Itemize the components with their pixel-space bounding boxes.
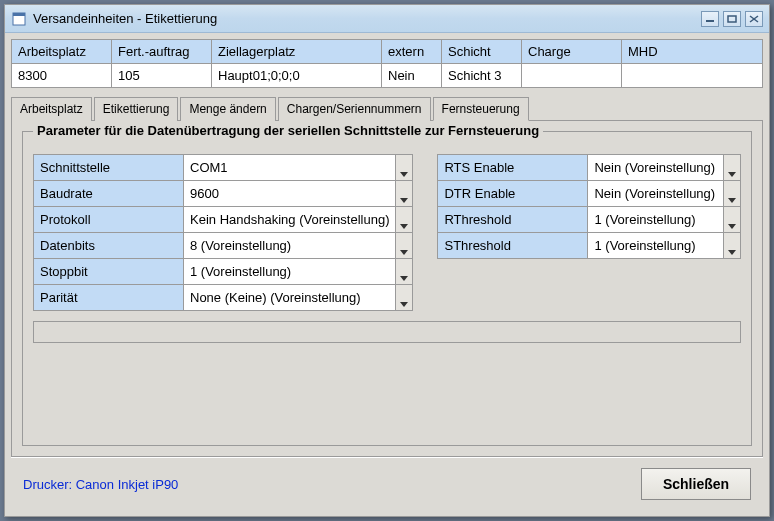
close-button[interactable] — [745, 11, 763, 27]
dd-datenbits[interactable] — [395, 233, 413, 259]
lbl-paritaet: Parität — [33, 285, 183, 311]
lbl-dtr-enable: DTR Enable — [437, 181, 587, 207]
cell-mhd — [622, 64, 763, 88]
header-table: Arbeitsplatz Fert.-auftrag Ziellagerplat… — [11, 39, 763, 88]
val-rthreshold[interactable]: 1 (Voreinstellung) — [587, 207, 723, 233]
svg-marker-11 — [400, 302, 408, 307]
cell-schicht: Schicht 3 — [442, 64, 522, 88]
tabstrip: Arbeitsplatz Etikettierung Menge ändern … — [11, 96, 763, 120]
dd-stoppbit[interactable] — [395, 259, 413, 285]
param-col-left: SchnittstelleCOM1 Baudrate9600 Protokoll… — [33, 154, 413, 311]
svg-marker-6 — [400, 172, 408, 177]
printer-label: Drucker: Canon Inkjet iP90 — [23, 477, 178, 492]
tab-panel-fernsteuerung: Parameter für die Datenübertragung der s… — [11, 120, 763, 457]
col-fertauftrag: Fert.-auftrag — [112, 40, 212, 64]
maximize-button[interactable] — [723, 11, 741, 27]
window: Versandeinheiten - Etikettierung Arbeits… — [4, 4, 770, 517]
window-title: Versandeinheiten - Etikettierung — [33, 11, 701, 26]
footer: Drucker: Canon Inkjet iP90 Schließen — [11, 457, 763, 510]
group-serial-params: Parameter für die Datenübertragung der s… — [22, 131, 752, 446]
app-icon — [11, 11, 27, 27]
dd-protokoll[interactable] — [395, 207, 413, 233]
val-baudrate[interactable]: 9600 — [183, 181, 395, 207]
svg-marker-15 — [728, 250, 736, 255]
titlebar: Versandeinheiten - Etikettierung — [5, 5, 769, 33]
col-arbeitsplatz: Arbeitsplatz — [12, 40, 112, 64]
svg-rect-1 — [13, 13, 25, 16]
col-extern: extern — [382, 40, 442, 64]
dd-sthreshold[interactable] — [723, 233, 741, 259]
svg-marker-7 — [400, 198, 408, 203]
val-stoppbit[interactable]: 1 (Voreinstellung) — [183, 259, 395, 285]
tab-arbeitsplatz[interactable]: Arbeitsplatz — [11, 97, 92, 121]
val-paritaet[interactable]: None (Keine) (Voreinstellung) — [183, 285, 395, 311]
svg-marker-13 — [728, 198, 736, 203]
col-charge: Charge — [522, 40, 622, 64]
svg-marker-8 — [400, 224, 408, 229]
val-protokoll[interactable]: Kein Handshaking (Voreinstellung) — [183, 207, 395, 233]
svg-marker-9 — [400, 250, 408, 255]
dd-rts-enable[interactable] — [723, 154, 741, 181]
svg-marker-14 — [728, 224, 736, 229]
cell-extern: Nein — [382, 64, 442, 88]
lbl-sthreshold: SThreshold — [437, 233, 587, 259]
val-datenbits[interactable]: 8 (Voreinstellung) — [183, 233, 395, 259]
status-strip — [33, 321, 741, 343]
svg-marker-12 — [728, 172, 736, 177]
val-dtr-enable[interactable]: Nein (Voreinstellung) — [587, 181, 723, 207]
group-legend: Parameter für die Datenübertragung der s… — [33, 123, 543, 138]
tab-fernsteuerung[interactable]: Fernsteuerung — [433, 97, 529, 121]
val-rts-enable[interactable]: Nein (Voreinstellung) — [587, 154, 723, 181]
table-row[interactable]: 8300 105 Haupt01;0;0;0 Nein Schicht 3 — [12, 64, 763, 88]
cell-arbeitsplatz: 8300 — [12, 64, 112, 88]
col-ziellager: Ziellagerplatz — [212, 40, 382, 64]
param-col-right: RTS EnableNein (Voreinstellung) DTR Enab… — [437, 154, 741, 311]
tab-etikettierung[interactable]: Etikettierung — [94, 97, 179, 121]
lbl-datenbits: Datenbits — [33, 233, 183, 259]
tab-chargen-seriennummern[interactable]: Chargen/Seriennummern — [278, 97, 431, 121]
dd-schnittstelle[interactable] — [395, 154, 413, 181]
svg-marker-10 — [400, 276, 408, 281]
cell-charge — [522, 64, 622, 88]
minimize-button[interactable] — [701, 11, 719, 27]
val-sthreshold[interactable]: 1 (Voreinstellung) — [587, 233, 723, 259]
col-schicht: Schicht — [442, 40, 522, 64]
cell-fertauftrag: 105 — [112, 64, 212, 88]
svg-rect-3 — [728, 16, 736, 22]
lbl-stoppbit: Stoppbit — [33, 259, 183, 285]
dd-dtr-enable[interactable] — [723, 181, 741, 207]
dd-baudrate[interactable] — [395, 181, 413, 207]
val-schnittstelle[interactable]: COM1 — [183, 154, 395, 181]
tab-menge-aendern[interactable]: Menge ändern — [180, 97, 275, 121]
lbl-schnittstelle: Schnittstelle — [33, 154, 183, 181]
col-mhd: MHD — [622, 40, 763, 64]
schliessen-button[interactable]: Schließen — [641, 468, 751, 500]
cell-ziellager: Haupt01;0;0;0 — [212, 64, 382, 88]
dd-paritaet[interactable] — [395, 285, 413, 311]
lbl-rthreshold: RThreshold — [437, 207, 587, 233]
lbl-rts-enable: RTS Enable — [437, 154, 587, 181]
dd-rthreshold[interactable] — [723, 207, 741, 233]
lbl-baudrate: Baudrate — [33, 181, 183, 207]
lbl-protokoll: Protokoll — [33, 207, 183, 233]
